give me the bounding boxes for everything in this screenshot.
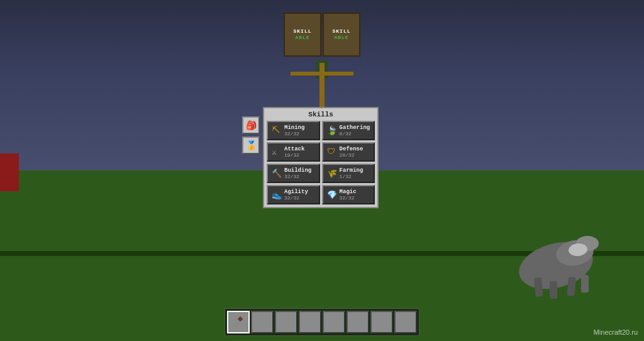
gathering-name: Gathering: [340, 125, 370, 131]
watermark-text: Minecraft20.ru: [594, 328, 638, 336]
leaf-icon: 🍃: [327, 126, 337, 136]
skill-button-mining[interactable]: ⛏ Mining 32/32: [267, 121, 320, 140]
hotbar-slot-3[interactable]: [299, 311, 321, 333]
svg-rect-7: [581, 275, 589, 293]
sign-board-left: SKILL ABLE: [284, 13, 321, 57]
sign-skill-text-2: SKILL: [332, 28, 350, 35]
sign-board-right: SKILL ABLE: [323, 13, 360, 57]
attack-level: 19/32: [284, 152, 304, 158]
hotbar-slot-5[interactable]: [347, 311, 369, 333]
skill-button-gathering[interactable]: 🍃 Gathering 8/32: [322, 121, 375, 140]
agility-level: 32/32: [284, 195, 308, 201]
magic-info: Magic 32/32: [340, 189, 357, 201]
svg-rect-9: [238, 316, 243, 321]
magic-level: 32/32: [340, 195, 357, 201]
attack-info: Attack 19/32: [284, 146, 304, 158]
skills-badge-button[interactable]: 🏅: [242, 137, 260, 154]
gathering-info: Gathering 8/32: [340, 125, 370, 137]
hotbar-slot-0[interactable]: [227, 311, 250, 333]
svg-rect-8: [233, 321, 240, 328]
hotbar-slot-4[interactable]: [323, 311, 345, 333]
farming-level: 1/32: [340, 174, 364, 179]
defense-name: Defense: [340, 146, 364, 152]
hotbar-slot-6[interactable]: [370, 311, 393, 333]
hotbar-slot-1[interactable]: [251, 311, 274, 333]
agility-info: Agility 32/32: [284, 189, 308, 201]
mining-name: Mining: [284, 125, 304, 131]
skill-button-defense[interactable]: 🛡 Defense 20/32: [322, 142, 375, 162]
side-icons-panel: 🎒 🏅: [242, 116, 260, 154]
dog-decoration: [480, 203, 606, 303]
svg-rect-5: [550, 281, 557, 299]
pickaxe-icon: ⛏: [272, 126, 282, 136]
building-info: Building 32/32: [284, 167, 311, 179]
farming-info: Farming 1/32: [340, 167, 364, 179]
skill-button-attack[interactable]: ⚔ Attack 19/32: [267, 142, 320, 162]
hotbar: [225, 308, 419, 336]
gathering-level: 8/32: [340, 131, 370, 137]
skills-title: Skills: [267, 111, 375, 118]
magic-name: Magic: [340, 189, 357, 195]
diamond-icon: 💎: [327, 190, 337, 200]
hotbar-slot-7[interactable]: [394, 311, 417, 333]
wheat-icon: 🌾: [327, 169, 337, 179]
sword-icon: ⚔: [272, 147, 282, 157]
hammer-icon: 🔨: [272, 169, 282, 179]
farming-name: Farming: [340, 167, 364, 174]
sign-able-text-2: ABLE: [334, 35, 348, 41]
sign-boards: SKILL ABLE SKILL ABLE: [284, 13, 360, 57]
boots-icon: 👟: [272, 190, 282, 200]
sign-able-text-1: ABLE: [295, 35, 309, 41]
mining-info: Mining 32/32: [284, 125, 304, 137]
sign-pole: [319, 63, 325, 113]
defense-level: 20/32: [340, 152, 364, 158]
skill-button-farming[interactable]: 🌾 Farming 1/32: [322, 164, 375, 183]
shield-icon: 🛡: [327, 147, 337, 157]
defense-info: Defense 20/32: [340, 146, 364, 158]
sign-skill-text-1: SKILL: [293, 28, 311, 35]
hotbar-slot-2[interactable]: [275, 311, 297, 333]
sign-structure: SKILL ABLE SKILL ABLE: [278, 13, 366, 113]
skill-button-building[interactable]: 🔨 Building 32/32: [267, 164, 320, 183]
agility-name: Agility: [284, 189, 308, 195]
building-level: 32/32: [284, 174, 311, 179]
building-name: Building: [284, 167, 311, 174]
watermark: Minecraft20.ru: [594, 328, 638, 336]
red-block-decoration: [0, 154, 19, 191]
mining-level: 32/32: [284, 131, 304, 137]
skills-grid: ⛏ Mining 32/32 🍃 Gathering 8/32 ⚔ Attack…: [267, 121, 375, 204]
skill-button-magic[interactable]: 💎 Magic 32/32: [322, 185, 375, 204]
skills-panel: Skills ⛏ Mining 32/32 🍃 Gathering 8/32 ⚔…: [263, 107, 379, 208]
backpack-button[interactable]: 🎒: [242, 116, 260, 134]
attack-name: Attack: [284, 146, 304, 152]
skill-button-agility[interactable]: 👟 Agility 32/32: [267, 185, 320, 204]
